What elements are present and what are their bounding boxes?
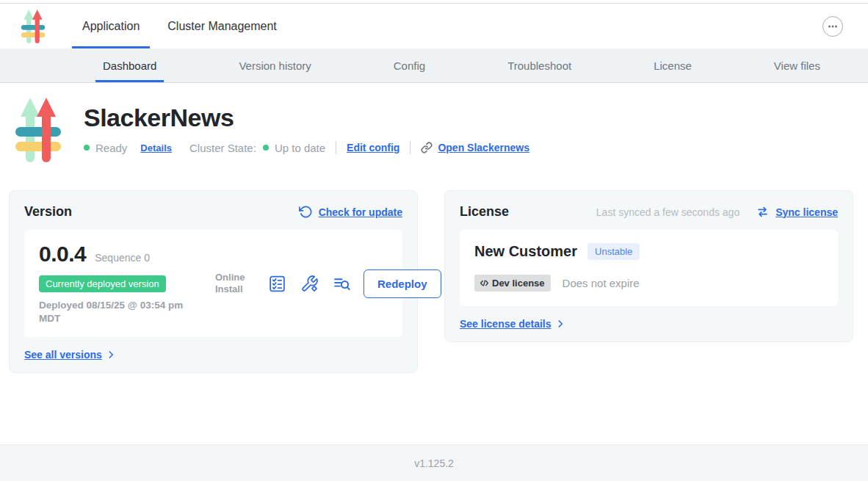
tab-config[interactable]: Config: [386, 48, 433, 82]
current-version-panel: 0.0.4 Sequence 0 Currently deployed vers…: [24, 230, 402, 337]
license-card-title: License: [460, 204, 509, 220]
wrench-gear-icon: [300, 275, 319, 293]
view-logs-button[interactable]: [331, 273, 352, 294]
tab-cluster-management[interactable]: Cluster Management: [157, 4, 287, 48]
tab-config-label: Config: [394, 59, 425, 72]
see-all-versions-link[interactable]: See all versions: [24, 349, 102, 361]
tab-troubleshoot[interactable]: Troubleshoot: [500, 48, 579, 82]
app-status-dot: [84, 145, 90, 151]
license-type-badge: Dev license: [474, 275, 551, 292]
cluster-state-text: Up to date: [275, 142, 325, 154]
tab-version-history-label: Version history: [239, 59, 311, 72]
license-type-badge-label: Dev license: [492, 278, 545, 289]
ellipsis-icon: [827, 21, 839, 32]
check-for-update-link[interactable]: Check for update: [319, 206, 402, 218]
divider: [336, 141, 336, 154]
redeploy-button[interactable]: Redeploy: [364, 270, 441, 298]
check-update-group[interactable]: Check for update: [299, 205, 402, 219]
sync-license-link[interactable]: Sync license: [775, 206, 838, 218]
slackernews-logo-icon: [15, 95, 62, 165]
code-brackets-icon: [479, 278, 490, 289]
cluster-state-dot: [263, 145, 269, 151]
chain-link-icon: [421, 142, 433, 153]
cluster-state-label: Cluster State:: [189, 142, 256, 154]
app-status-text: Ready: [95, 142, 127, 154]
version-number: 0.0.4: [39, 242, 86, 267]
dashboard-cards: Version Check for update 0.0.4 Sequence …: [9, 190, 859, 373]
version-info: 0.0.4 Sequence 0 Currently deployed vers…: [39, 242, 215, 325]
see-all-versions-row: See all versions: [24, 349, 402, 361]
lines-magnifier-icon: [333, 275, 351, 293]
deployed-status-badge: Currently deployed version: [39, 275, 166, 292]
see-license-details-link[interactable]: See license details: [460, 318, 551, 330]
open-app-group: Open Slackernews: [421, 142, 529, 153]
last-synced-text: Last synced a few seconds ago: [596, 206, 739, 218]
preflight-checks-button[interactable]: [267, 273, 287, 294]
edit-config-button[interactable]: [299, 273, 319, 294]
version-card-title: Version: [24, 204, 72, 220]
license-detail-panel: New Customer Unstable Dev license Does n…: [460, 230, 838, 306]
license-expiry-text: Does not expire: [563, 277, 640, 289]
see-license-details-row: See license details: [460, 318, 838, 330]
slackernews-logo-icon: [19, 8, 47, 45]
edit-config-link[interactable]: Edit config: [347, 142, 399, 153]
tab-dashboard-label: Dashboard: [103, 59, 156, 72]
version-sequence: Sequence 0: [95, 252, 150, 264]
tab-version-history[interactable]: Version history: [231, 48, 318, 82]
license-meta-row: Dev license Does not expire: [474, 275, 823, 292]
customer-row: New Customer Unstable: [474, 243, 823, 260]
app-logo-small: [0, 4, 47, 48]
footer: v1.125.2: [0, 444, 868, 481]
license-sync-group: Last synced a few seconds ago Sync licen…: [596, 205, 838, 219]
version-card-header: Version Check for update: [24, 204, 402, 220]
channel-badge: Unstable: [587, 243, 640, 260]
console-version: v1.125.2: [414, 458, 454, 469]
overflow-menu-button[interactable]: [822, 16, 843, 37]
subnav: Dashboard Version history Config Trouble…: [0, 48, 868, 83]
tab-cluster-management-label: Cluster Management: [167, 20, 277, 33]
deployed-timestamp: Deployed 08/15/25 @ 03:54 pm MDT: [39, 299, 206, 325]
status-details-link[interactable]: Details: [140, 142, 172, 153]
tab-application[interactable]: Application: [72, 4, 150, 48]
tab-troubleshoot-label: Troubleshoot: [507, 59, 571, 72]
app-header: SlackerNews Ready Details Cluster State:…: [0, 83, 868, 165]
admin-console-page: Application Cluster Management Dashboard…: [0, 0, 868, 481]
main-nav: Application Cluster Management: [0, 3, 868, 48]
tab-view-files[interactable]: View files: [767, 48, 828, 82]
sync-arrows-icon: [756, 205, 770, 219]
checklist-icon: [268, 275, 286, 293]
divider: [410, 141, 411, 154]
license-card-header: License Last synced a few seconds ago Sy…: [460, 204, 838, 220]
app-header-text: SlackerNews Ready Details Cluster State:…: [84, 95, 529, 165]
tab-license[interactable]: License: [646, 48, 699, 82]
version-card: Version Check for update 0.0.4 Sequence …: [9, 190, 418, 373]
chevron-right-icon: [555, 319, 565, 329]
tab-license-label: License: [654, 59, 692, 72]
page-title: SlackerNews: [84, 104, 529, 132]
tab-application-label: Application: [82, 20, 140, 33]
chevron-right-icon: [106, 350, 116, 360]
tab-dashboard[interactable]: Dashboard: [95, 48, 164, 82]
license-card: License Last synced a few seconds ago Sy…: [444, 190, 853, 342]
install-type-label: Online Install: [215, 272, 255, 296]
open-slackernews-link[interactable]: Open Slackernews: [438, 142, 529, 153]
nav-right: [822, 4, 868, 48]
customer-name: New Customer: [474, 243, 577, 260]
tab-view-files-label: View files: [774, 59, 820, 72]
app-logo-large: [15, 95, 62, 165]
version-actions: Online Install: [215, 270, 443, 298]
refresh-icon: [299, 205, 313, 219]
status-row: Ready Details Cluster State: Up to date …: [84, 141, 529, 154]
